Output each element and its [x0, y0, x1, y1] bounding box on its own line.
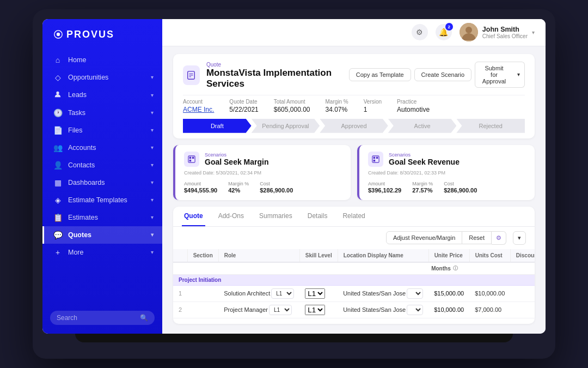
sidebar-item-estimates[interactable]: 📋 Estimates ▾ — [42, 209, 162, 226]
gear-icon: ⚙ — [496, 234, 501, 242]
svg-point-2 — [56, 92, 59, 94]
meta-amount: Total Amount $605,000.00 — [274, 99, 310, 113]
s1-cost: Cost $286,900.00 — [260, 181, 293, 194]
tab-details[interactable]: Details — [305, 207, 330, 226]
sidebar-item-opportunities[interactable]: ◇ Opportunities ▾ — [42, 69, 162, 86]
table-section-row: Project Initiation — [173, 274, 535, 285]
status-pending[interactable]: Pending Approval — [252, 119, 320, 133]
svg-point-4 — [465, 27, 472, 33]
row-1-section — [187, 285, 218, 301]
chevron-down-icon: ▾ — [151, 127, 154, 133]
th-section: Section — [187, 249, 218, 262]
sidebar-item-home[interactable]: ⌂ Home — [42, 51, 162, 69]
dashboards-icon: ▦ — [53, 178, 63, 187]
s1-amount: Amount $494,555.90 — [184, 181, 217, 194]
role-select-2[interactable]: L1 — [269, 305, 292, 315]
adjust-revenue-button[interactable]: Adjust Revenue/Margin — [386, 231, 462, 244]
scenario-card-2[interactable]: Scenarios Goal Seek Revenue Created Date… — [357, 145, 535, 200]
row-2-discount — [510, 301, 535, 318]
s1-cost-value: $286,900.00 — [260, 187, 293, 194]
status-approved[interactable]: Approved — [320, 119, 388, 133]
sidebar-item-contacts[interactable]: 👤 Contacts ▾ — [42, 156, 162, 174]
search-input[interactable] — [57, 314, 136, 322]
row-2-section — [187, 301, 218, 318]
submit-approval-button[interactable]: Submit for Approval — [475, 62, 513, 88]
sidebar-label-home: Home — [68, 56, 154, 64]
table-header-row: Section Role Skill Level Location Displa… — [173, 249, 535, 262]
sidebar-item-quotes[interactable]: 💬 Quotes ▾ — [42, 226, 162, 244]
sidebar-item-more[interactable]: + More ▾ — [42, 244, 162, 261]
user-menu[interactable]: John Smith Chief Sales Officer ▾ — [460, 23, 535, 41]
svg-rect-10 — [189, 156, 192, 159]
sidebar-label-files: Files — [68, 126, 145, 134]
scenario-card-1[interactable]: Scenarios Goal Seek Margin Created Date:… — [173, 145, 351, 200]
amount-value: $605,000.00 — [274, 106, 310, 113]
meta-account: Account ACME Inc. — [183, 99, 214, 113]
topbar: ⚙ 🔔 2 Jo — [162, 19, 546, 46]
scenario-1-meta: Amount $494,555.90 Margin % 42% Cost $28… — [184, 181, 342, 194]
sidebar-item-leads[interactable]: Leads ▾ — [42, 86, 162, 104]
table-row[interactable]: 1 Solution Architect L1 — [173, 285, 535, 301]
sidebar-label-dashboards: Dashboards — [68, 179, 145, 186]
settings-gear-button[interactable]: ⚙ — [492, 231, 506, 245]
tab-summaries[interactable]: Summaries — [257, 207, 295, 226]
sidebar-label-quotes: Quotes — [68, 231, 145, 239]
th-units-cost: Units Cost — [469, 249, 510, 262]
user-details: John Smith Chief Sales Officer — [482, 26, 528, 39]
row-1-num: 1 — [173, 285, 187, 301]
s2-amount-value: $396,102.29 — [368, 187, 401, 194]
table-dropdown-button[interactable]: ▾ — [513, 231, 526, 245]
row-2-role: Project Manager L1 — [218, 301, 299, 318]
status-bar: Draft Pending Approval Approved Active R… — [183, 119, 525, 133]
settings-button[interactable]: ⚙ — [412, 24, 428, 40]
row-2-unit-price: $10,000.00 — [428, 301, 469, 318]
submit-dropdown-button[interactable]: ▾ — [513, 62, 525, 88]
status-rejected[interactable]: Rejected — [456, 119, 525, 133]
copy-template-button[interactable]: Copy as Template — [349, 68, 411, 81]
tab-quote[interactable]: Quote — [182, 207, 205, 226]
sidebar-item-tasks[interactable]: 🕐 Tasks ▾ — [42, 104, 162, 122]
svg-rect-11 — [192, 156, 194, 159]
scenario-1-date: Created Date: 5/30/2021, 02:34 PM — [184, 170, 342, 176]
tab-related[interactable]: Related — [340, 207, 367, 226]
row-1-units-cost: $10,000.00 — [469, 285, 510, 301]
sidebar-item-estimate-templates[interactable]: ◈ Estimate Templates ▾ — [42, 191, 162, 209]
quote-icon — [183, 65, 200, 85]
row-1-skill: L1 — [299, 285, 338, 301]
skill-select-1[interactable]: L1 — [305, 288, 325, 299]
svg-point-1 — [57, 33, 60, 36]
quote-meta: Account ACME Inc. Quote Date 5/22/2021 T… — [183, 95, 525, 113]
scenario-2-meta: Amount $396,102.29 Margin % 27.57% Cost … — [368, 181, 526, 194]
more-icon: + — [53, 248, 63, 257]
search-box[interactable]: 🔍 — [50, 311, 155, 325]
table-row[interactable]: 2 Project Manager L1 — [173, 301, 535, 318]
location-select-2[interactable] — [407, 305, 423, 315]
months-row: Months ⓘ — [173, 262, 535, 275]
role-select-1[interactable]: L1 — [271, 288, 294, 299]
scenario-2-icon — [368, 152, 383, 167]
account-value[interactable]: ACME Inc. — [183, 106, 214, 113]
skill-select-2[interactable]: L1 — [305, 305, 325, 315]
reset-button[interactable]: Reset — [462, 231, 492, 244]
chevron-down-icon: ▾ — [151, 197, 154, 203]
status-draft[interactable]: Draft — [183, 119, 252, 133]
tab-addons[interactable]: Add-Ons — [216, 207, 246, 226]
practice-value: Automotive — [397, 106, 430, 113]
chevron-down-icon: ▾ — [151, 214, 154, 220]
quote-header-card: Quote MonstaVista Implementation Service… — [173, 54, 535, 138]
user-chevron-icon: ▾ — [532, 29, 535, 35]
notifications-button[interactable]: 🔔 2 — [436, 24, 452, 40]
sidebar-item-files[interactable]: 📄 Files ▾ — [42, 122, 162, 139]
meta-margin: Margin % 34.07% — [325, 99, 348, 113]
sidebar-item-accounts[interactable]: 👥 Accounts ▾ — [42, 139, 162, 156]
chevron-down-icon: ▾ — [151, 162, 154, 168]
create-scenario-button[interactable]: Create Scenario — [414, 68, 472, 81]
location-select-1[interactable] — [407, 288, 423, 299]
sidebar-item-dashboards[interactable]: ▦ Dashboards ▾ — [42, 174, 162, 191]
status-active[interactable]: Active — [388, 119, 457, 133]
s1-amount-value: $494,555.90 — [184, 187, 217, 194]
chevron-down-icon: ▾ — [151, 249, 154, 255]
content-area: Quote MonstaVista Implementation Service… — [162, 46, 546, 334]
meta-practice: Practice Automotive — [397, 99, 430, 113]
row-2-skill: L1 — [299, 301, 338, 318]
